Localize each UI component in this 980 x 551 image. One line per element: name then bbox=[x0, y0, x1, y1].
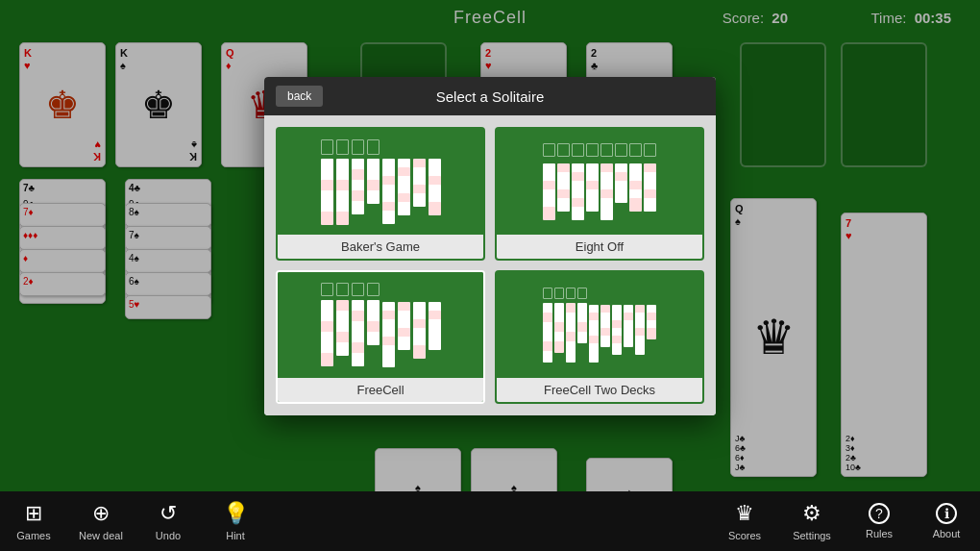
eight-off-preview bbox=[497, 129, 702, 235]
footer-right: ♛ Scores ⚙ Settings ? Rules ℹ About bbox=[711, 491, 980, 551]
dialog-title: Select a Solitaire bbox=[436, 88, 545, 105]
settings-button[interactable]: ⚙ Settings bbox=[778, 491, 845, 551]
settings-icon: ⚙ bbox=[802, 501, 821, 526]
freecell-label: FreeCell bbox=[278, 378, 483, 402]
game-option-bakers-game[interactable]: Baker's Game bbox=[276, 127, 485, 261]
about-icon: ℹ bbox=[936, 503, 957, 524]
select-solitaire-dialog: back Select a Solitaire bbox=[264, 77, 716, 415]
rules-button[interactable]: ? Rules bbox=[845, 491, 913, 551]
game-option-freecell-two-decks[interactable]: FreeCell Two Decks bbox=[495, 270, 704, 404]
game-option-freecell[interactable]: FreeCell bbox=[276, 270, 485, 404]
games-icon: ⊞ bbox=[25, 501, 42, 526]
dialog-header: back Select a Solitaire bbox=[264, 77, 716, 115]
freecell-two-decks-preview bbox=[497, 272, 702, 378]
undo-label: Undo bbox=[156, 530, 181, 541]
bakers-game-preview bbox=[278, 129, 483, 235]
new-deal-label: New deal bbox=[79, 530, 123, 541]
undo-button[interactable]: ↺ Undo bbox=[135, 491, 202, 551]
freecell-two-decks-label: FreeCell Two Decks bbox=[497, 378, 702, 402]
about-button[interactable]: ℹ About bbox=[913, 491, 980, 551]
new-deal-button[interactable]: ⊕ New deal bbox=[67, 491, 135, 551]
footer: ⊞ Games ⊕ New deal ↺ Undo 💡 Hint ♛ Score… bbox=[0, 491, 980, 551]
footer-left: ⊞ Games ⊕ New deal ↺ Undo 💡 Hint bbox=[0, 491, 269, 551]
hint-button[interactable]: 💡 Hint bbox=[202, 491, 269, 551]
undo-icon: ↺ bbox=[159, 501, 177, 526]
freecell-preview bbox=[278, 272, 483, 378]
dialog-body: Baker's Game bbox=[264, 115, 716, 415]
settings-label: Settings bbox=[793, 530, 831, 541]
new-deal-icon: ⊕ bbox=[92, 501, 110, 526]
hint-icon: 💡 bbox=[223, 501, 249, 526]
games-button[interactable]: ⊞ Games bbox=[0, 491, 67, 551]
scores-label: Scores bbox=[728, 530, 761, 541]
back-button[interactable]: back bbox=[276, 86, 323, 107]
game-option-eight-off[interactable]: Eight Off bbox=[495, 127, 704, 261]
bakers-game-label: Baker's Game bbox=[278, 235, 483, 259]
eight-off-label: Eight Off bbox=[497, 235, 702, 259]
scores-button[interactable]: ♛ Scores bbox=[711, 491, 778, 551]
rules-label: Rules bbox=[866, 528, 893, 539]
about-label: About bbox=[933, 528, 961, 539]
hint-label: Hint bbox=[226, 530, 245, 541]
rules-icon: ? bbox=[869, 503, 890, 524]
scores-icon: ♛ bbox=[735, 501, 754, 526]
games-label: Games bbox=[16, 530, 50, 541]
dialog-overlay: back Select a Solitaire bbox=[0, 0, 980, 551]
